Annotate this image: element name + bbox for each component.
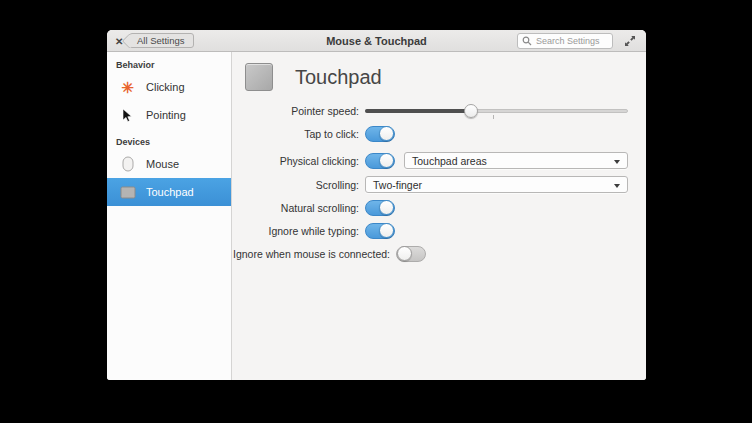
slider-default-tick [493, 115, 494, 119]
desktop-background: ✕ Mouse & Touchpad All Settings [0, 0, 752, 423]
ignore-mouse-connected-toggle[interactable] [396, 246, 426, 262]
search-input[interactable] [536, 36, 608, 46]
resize-arrows-icon [624, 35, 636, 47]
sidebar-item-label: Clicking [146, 81, 185, 93]
search-field[interactable] [517, 33, 613, 49]
sidebar-section-devices: Devices [116, 135, 231, 148]
ignore-mouse-connected-label: Ignore when mouse is connected: [233, 248, 396, 260]
toggle-knob [379, 223, 394, 238]
sidebar-item-pointing[interactable]: Pointing [107, 101, 231, 129]
pointer-speed-row: Pointer speed: [233, 103, 646, 119]
ignore-while-typing-row: Ignore while typing: [233, 223, 646, 239]
tap-to-click-row: Tap to click: [233, 126, 646, 142]
toggle-knob [379, 153, 394, 168]
clicking-starburst-icon: ✳ [119, 79, 136, 96]
slider-fill [365, 109, 471, 113]
dropdown-value: Touchpad areas [412, 155, 487, 167]
ignore-mouse-connected-row: Ignore when mouse is connected: [233, 246, 646, 262]
sidebar-item-clicking[interactable]: ✳ Clicking [107, 73, 231, 101]
search-icon [522, 36, 532, 46]
pointer-speed-label: Pointer speed: [233, 105, 365, 117]
back-button-label: All Settings [137, 35, 185, 46]
physical-clicking-toggle[interactable] [365, 153, 395, 169]
sidebar-item-label: Pointing [146, 109, 186, 121]
settings-window: ✕ Mouse & Touchpad All Settings [107, 30, 646, 380]
physical-clicking-label: Physical clicking: [233, 155, 365, 167]
scrolling-label: Scrolling: [233, 179, 365, 191]
dropdown-value: Two-finger [373, 179, 422, 191]
ignore-while-typing-label: Ignore while typing: [233, 225, 365, 237]
page-title: Touchpad [295, 66, 382, 89]
sidebar-item-label: Touchpad [146, 186, 194, 198]
physical-clicking-row: Physical clicking: Touchpad areas [233, 152, 646, 169]
dropdown-arrow-icon [614, 160, 620, 164]
pointer-speed-slider[interactable] [365, 103, 628, 119]
sidebar: Behavior ✳ Clicking Pointing Devices [107, 52, 232, 380]
toggle-knob [397, 246, 412, 261]
natural-scrolling-row: Natural scrolling: [233, 200, 646, 216]
touchpad-page-icon [245, 63, 273, 91]
touchpad-icon [119, 184, 136, 201]
slider-handle[interactable] [464, 104, 478, 118]
all-settings-back-button[interactable]: All Settings [129, 33, 194, 48]
sidebar-item-label: Mouse [146, 158, 179, 170]
ignore-while-typing-toggle[interactable] [365, 223, 395, 239]
scrolling-dropdown[interactable]: Two-finger [365, 176, 628, 193]
toggle-knob [379, 126, 394, 141]
tap-to-click-toggle[interactable] [365, 126, 395, 142]
physical-clicking-dropdown[interactable]: Touchpad areas [404, 152, 628, 169]
toggle-knob [379, 200, 394, 215]
sidebar-item-mouse[interactable]: Mouse [107, 150, 231, 178]
natural-scrolling-label: Natural scrolling: [233, 202, 365, 214]
pointer-cursor-icon [119, 107, 136, 124]
sidebar-item-touchpad[interactable]: Touchpad [107, 178, 231, 206]
maximize-button[interactable] [624, 35, 636, 47]
touchpad-settings-panel: Touchpad Pointer speed: Tap to click: [233, 52, 646, 380]
scrolling-row: Scrolling: Two-finger [233, 176, 646, 193]
mouse-icon [119, 156, 136, 173]
sidebar-section-behavior: Behavior [116, 58, 231, 71]
dropdown-arrow-icon [614, 184, 620, 188]
tap-to-click-label: Tap to click: [233, 128, 365, 140]
page-header: Touchpad [245, 63, 382, 91]
titlebar[interactable]: ✕ Mouse & Touchpad All Settings [107, 30, 646, 52]
natural-scrolling-toggle[interactable] [365, 200, 395, 216]
